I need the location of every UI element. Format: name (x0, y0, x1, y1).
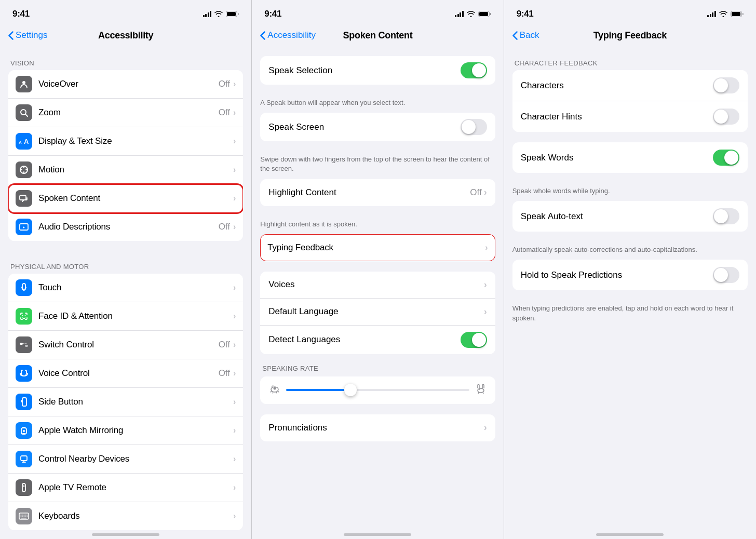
speak-screen-subtext: Swipe down with two fingers from the top… (252, 152, 503, 179)
char-hints-row[interactable]: Character Hints (512, 101, 748, 132)
zoom-icon (16, 104, 32, 121)
battery-icon-3 (731, 11, 744, 17)
faceid-chevron: › (233, 312, 236, 321)
watch-icon (16, 422, 32, 439)
vision-list: VoiceOver Off › Zoom Off › AA Display & … (8, 70, 243, 241)
voices-group: Voices › Default Language › Detect Langu… (260, 272, 495, 354)
touch-label: Touch (38, 282, 233, 293)
typing-feedback-row[interactable]: Typing Feedback › (260, 234, 495, 261)
touch-icon (16, 279, 32, 296)
highlight-chevron: › (484, 187, 487, 198)
list-item-display[interactable]: AA Display & Text Size › (8, 127, 243, 156)
nav-bar-3: Back Typing Feedback (504, 25, 756, 48)
back-button-3[interactable]: Back (512, 30, 539, 41)
list-item-zoom[interactable]: Zoom Off › (8, 99, 243, 127)
char-hints-toggle[interactable] (713, 109, 739, 125)
speak-selection-row[interactable]: Speak Selection (260, 56, 495, 85)
signal-icon-3 (707, 11, 716, 17)
svg-rect-17 (22, 433, 25, 434)
highlight-label: Highlight Content (268, 187, 470, 198)
back-button-1[interactable]: Settings (8, 30, 47, 41)
side-icon (16, 394, 32, 410)
list-item-voice[interactable]: Voice Control Off › (8, 359, 243, 388)
hold-speak-subtext: When typing predictions are enabled, tap… (504, 301, 756, 328)
status-time-2: 9:41 (264, 9, 281, 19)
faceid-label: Face ID & Attention (38, 311, 233, 321)
voices-row[interactable]: Voices › (260, 272, 495, 299)
highlight-group: Highlight Content Off › (260, 179, 495, 206)
svg-rect-30 (732, 12, 740, 16)
speak-autotext-row[interactable]: Speak Auto-text (512, 201, 748, 232)
speak-words-toggle[interactable] (713, 150, 739, 166)
svg-point-28 (479, 389, 480, 390)
nav-bar-1: Settings Accessibility (0, 25, 251, 48)
voice-icon (16, 365, 32, 382)
physical-list: Touch › Face ID & Attention › Switch Con… (8, 274, 243, 530)
list-item-audio[interactable]: Audio Descriptions Off › (8, 213, 243, 241)
speak-words-knob (724, 151, 738, 165)
battery-icon-2 (478, 11, 491, 17)
speak-words-row[interactable]: Speak Words (512, 142, 748, 173)
svg-rect-19 (21, 456, 27, 461)
speak-autotext-toggle[interactable] (713, 208, 739, 224)
list-item-voiceover[interactable]: VoiceOver Off › (8, 70, 243, 99)
default-lang-row[interactable]: Default Language › (260, 299, 495, 326)
characters-row[interactable]: Characters (512, 70, 748, 101)
panel2-scroll[interactable]: Speak Selection A Speak button will appe… (252, 48, 503, 539)
speak-autotext-subtext: Automatically speak auto-corrections and… (504, 242, 756, 260)
svg-rect-20 (22, 483, 25, 492)
svg-point-2 (22, 81, 25, 84)
speak-screen-row[interactable]: Speak Screen (260, 113, 495, 141)
panel1-scroll[interactable]: VISION VoiceOver Off › Zoom Off › (0, 48, 251, 539)
speak-words-subtext: Speak whole words while typing. (504, 183, 756, 201)
list-item-tv[interactable]: Apple TV Remote › (8, 474, 243, 502)
rate-slider-thumb[interactable] (344, 384, 357, 396)
panel3-typing: 9:41 Back Typing Feed (504, 0, 756, 539)
rate-slider-fill (286, 389, 350, 391)
list-item-motion[interactable]: Motion › (8, 156, 243, 184)
speak-selection-subtext: A Speak button will appear when you sele… (252, 95, 503, 113)
list-item-spoken[interactable]: Spoken Content › (8, 184, 243, 213)
detect-lang-toggle[interactable] (461, 332, 487, 348)
status-bar-1: 9:41 (0, 0, 251, 25)
motion-label: Motion (38, 165, 233, 175)
hold-speak-row[interactable]: Hold to Speak Predictions (512, 260, 748, 290)
status-time-1: 9:41 (12, 9, 30, 19)
touch-chevron: › (233, 283, 236, 292)
highlight-value: Off (470, 187, 481, 198)
char-feedback-header: CHARACTER FEEDBACK (504, 48, 756, 70)
highlight-subtext: Highlight content as it is spoken. (252, 217, 503, 234)
svg-point-10 (25, 315, 26, 316)
detect-lang-row[interactable]: Detect Languages (260, 326, 495, 354)
list-item-nearby[interactable]: Control Nearby Devices › (8, 445, 243, 474)
pronunciations-group: Pronunciations › (260, 414, 495, 441)
audio-label: Audio Descriptions (38, 222, 219, 232)
panel3-scroll[interactable]: CHARACTER FEEDBACK Characters Character … (504, 48, 756, 539)
rate-slider-row (268, 384, 487, 397)
back-button-2[interactable]: Accessibility (260, 30, 316, 41)
list-item-switch[interactable]: Switch Control Off › (8, 331, 243, 359)
nearby-icon (16, 451, 32, 467)
motion-icon (16, 161, 32, 178)
list-item-faceid[interactable]: Face ID & Attention › (8, 302, 243, 331)
svg-point-26 (274, 387, 276, 389)
panel1-accessibility: 9:41 Settings Accessi (0, 0, 252, 539)
speak-autotext-group: Speak Auto-text (512, 201, 748, 232)
list-item-side[interactable]: Side Button › (8, 388, 243, 416)
rate-slider-track[interactable] (286, 389, 469, 391)
nav-bar-2: Accessibility Spoken Content (252, 25, 503, 48)
list-item-touch[interactable]: Touch › (8, 274, 243, 302)
voice-label: Voice Control (38, 368, 219, 379)
highlight-row[interactable]: Highlight Content Off › (260, 179, 495, 206)
pronunciations-row[interactable]: Pronunciations › (260, 414, 495, 441)
speak-screen-toggle[interactable] (461, 119, 487, 135)
keyboards-chevron: › (233, 511, 236, 521)
audio-icon (16, 219, 32, 235)
hold-speak-toggle[interactable] (713, 267, 739, 283)
speak-selection-toggle[interactable] (461, 62, 487, 78)
status-bar-2: 9:41 (252, 0, 503, 25)
characters-toggle[interactable] (713, 77, 739, 93)
list-item-watch[interactable]: Apple Watch Mirroring › (8, 416, 243, 445)
hold-speak-knob (714, 268, 728, 282)
list-item-keyboards[interactable]: Keyboards › (8, 502, 243, 530)
